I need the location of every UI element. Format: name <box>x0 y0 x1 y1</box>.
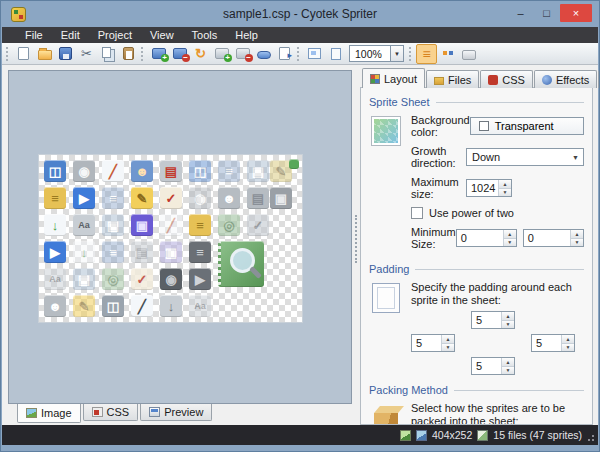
padding-right-spinner[interactable]: 5 ▲▼ <box>531 334 575 352</box>
spin-up-icon[interactable]: ▲ <box>504 230 516 239</box>
spinner-arrows[interactable]: ▲▼ <box>503 230 516 246</box>
packing-group-icon-box <box>369 402 403 425</box>
packing-group-title: Packing Method <box>369 384 448 396</box>
padding-bottom-spinner[interactable]: 5 ▲▼ <box>471 357 515 375</box>
close-button[interactable]: × <box>560 4 592 22</box>
spin-down-icon[interactable]: ▼ <box>499 189 511 197</box>
spin-down-icon[interactable]: ▼ <box>502 321 514 329</box>
add-sheet-button[interactable] <box>148 44 169 64</box>
splitter[interactable] <box>352 65 360 425</box>
sprite-glyph: ▶ <box>195 273 205 286</box>
new-button[interactable] <box>13 44 34 64</box>
view-preview-button[interactable] <box>458 44 479 64</box>
sprite-clipboard-pale-icon: ✓ <box>247 214 269 236</box>
view-thumbnails-button[interactable] <box>437 44 458 64</box>
spin-down-icon[interactable]: ▼ <box>562 344 574 352</box>
remove-image-button[interactable] <box>232 44 253 64</box>
resize-grip[interactable] <box>592 439 594 441</box>
layout-pane: Sprite Sheet Background color: Transpare… <box>360 87 593 425</box>
spin-up-icon[interactable]: ▲ <box>442 335 454 344</box>
spin-up-icon[interactable]: ▲ <box>571 230 583 239</box>
refresh-button[interactable]: ↻ <box>190 44 211 64</box>
spinner-arrows[interactable]: ▲▼ <box>441 335 454 351</box>
spinner-arrows[interactable]: ▲▼ <box>501 312 514 328</box>
copy-button[interactable] <box>97 44 118 64</box>
menu-tools[interactable]: Tools <box>183 27 227 43</box>
zoom-combobox[interactable]: 100%▼ <box>349 45 404 62</box>
spin-up-icon[interactable]: ▲ <box>499 180 511 189</box>
sprite-eyedropper-icon: ╱ <box>102 160 124 182</box>
spinner-arrows[interactable]: ▲▼ <box>561 335 574 351</box>
sprite-window-search-icon: ◫ <box>44 160 66 182</box>
spin-up-icon[interactable]: ▲ <box>502 312 514 321</box>
toolbar-grip[interactable] <box>6 47 11 61</box>
padding-left-spinner[interactable]: 5 ▲▼ <box>411 334 455 352</box>
sprite-glyph: ╱ <box>167 219 175 232</box>
growth-direction-label: Growth direction: <box>411 145 466 169</box>
tab-css-output[interactable]: CSS <box>83 404 139 421</box>
refresh-icon: ↻ <box>195 47 206 60</box>
sprite-canvas[interactable]: ◫◉╱☻▤◫≡▣✎≡▶≡✎✓◉☻▤▣↓Aa▣▣╱≡◎✓▶↓≡▤▣≡Aa▣◎✓◉▶… <box>8 70 352 404</box>
power-of-two-checkbox[interactable] <box>411 207 423 219</box>
tab-preview[interactable]: Preview <box>140 404 212 421</box>
tab-image[interactable]: Image <box>17 404 81 423</box>
export-button[interactable] <box>274 44 295 64</box>
sprite-play-dark-icon: ▶ <box>189 268 211 290</box>
tab-css-settings[interactable]: CSS <box>480 70 533 88</box>
padding-top-spinner[interactable]: 5 ▲▼ <box>471 311 515 329</box>
spin-down-icon[interactable]: ▼ <box>502 367 514 375</box>
image-thumbnail-icon <box>416 430 427 441</box>
cut-button[interactable]: ✂ <box>76 44 97 64</box>
remove-sheet-button[interactable] <box>169 44 190 64</box>
tab-effects[interactable]: Effects <box>534 70 597 88</box>
minimize-button[interactable]: – <box>508 4 533 22</box>
menu-view[interactable]: View <box>141 27 183 43</box>
growth-direction-value: Down <box>472 151 500 163</box>
spin-down-icon[interactable]: ▼ <box>571 239 583 247</box>
background-color-label: Background color: <box>411 114 470 138</box>
sprite-floppy-gray-icon: ▣ <box>270 187 292 209</box>
menu-help[interactable]: Help <box>226 27 267 43</box>
view-list-button[interactable]: ≡ <box>416 44 437 64</box>
background-color-button[interactable]: Transparent <box>470 117 584 135</box>
add-image-button[interactable] <box>211 44 232 64</box>
toolbar-grip[interactable] <box>297 47 302 61</box>
sprite-list-add-pale-icon: ≡ <box>102 187 124 209</box>
spin-down-icon[interactable]: ▼ <box>504 239 516 247</box>
zoom-actual-button[interactable] <box>325 44 346 64</box>
minimum-width-spinner[interactable]: 0 ▲▼ <box>456 229 517 247</box>
menu-project[interactable]: Project <box>89 27 141 43</box>
toolbar-grip[interactable] <box>409 47 414 61</box>
background-color-value: Transparent <box>495 120 554 132</box>
save-button[interactable] <box>55 44 76 64</box>
zoom-dropdown-icon[interactable]: ▼ <box>391 45 404 62</box>
paste-button[interactable] <box>118 44 139 64</box>
growth-direction-select[interactable]: Down ▼ <box>466 148 584 166</box>
spin-up-icon[interactable]: ▲ <box>502 358 514 367</box>
tab-files[interactable]: Files <box>426 70 479 88</box>
spin-up-icon[interactable]: ▲ <box>562 335 574 344</box>
zoom-fit-button[interactable] <box>304 44 325 64</box>
sprite-glyph: Aa <box>49 275 61 284</box>
spinner-arrows[interactable]: ▲▼ <box>501 358 514 374</box>
toolbar: ✂↻100%▼≡ <box>2 43 598 65</box>
power-of-two-row: Use power of two <box>411 207 584 219</box>
arrange-button[interactable] <box>253 44 274 64</box>
spin-down-icon[interactable]: ▼ <box>442 344 454 352</box>
open-button[interactable] <box>34 44 55 64</box>
sprite-list-add-pale-icon: ≡ <box>218 160 240 182</box>
sprite-sheet-group-title: Sprite Sheet <box>369 96 430 108</box>
tab-layout[interactable]: Layout <box>362 68 425 88</box>
sprite-glyph: ▶ <box>79 192 89 205</box>
maximize-button[interactable]: □ <box>534 4 559 22</box>
spinner-arrows[interactable]: ▲▼ <box>498 180 511 196</box>
minimum-height-spinner[interactable]: 0 ▲▼ <box>523 229 584 247</box>
padding-description: Specify the padding around each sprite i… <box>411 281 584 307</box>
tab-image-label: Image <box>41 407 72 419</box>
padding-left-value: 5 <box>412 335 441 351</box>
toolbar-grip[interactable] <box>141 47 146 61</box>
menu-file[interactable]: File <box>16 27 52 43</box>
spinner-arrows[interactable]: ▲▼ <box>570 230 583 246</box>
menu-edit[interactable]: Edit <box>52 27 89 43</box>
maximum-size-spinner[interactable]: 1024 ▲▼ <box>466 179 512 197</box>
